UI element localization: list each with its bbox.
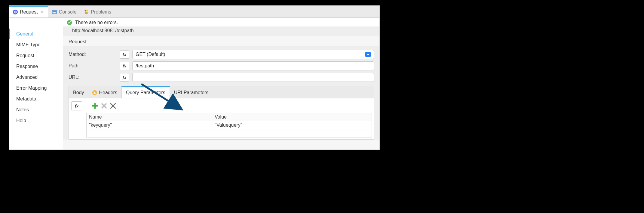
sidenav-item-response[interactable]: Response bbox=[9, 61, 63, 72]
col-name: Name bbox=[87, 113, 212, 121]
tab-request[interactable]: Request ✕ bbox=[9, 6, 48, 17]
param-tabs-container: Body Headers Query Parameters URI Parame… bbox=[69, 86, 374, 140]
warning-icon bbox=[92, 90, 97, 95]
path-input[interactable] bbox=[132, 61, 374, 70]
svg-rect-5 bbox=[85, 12, 88, 14]
cell-actions[interactable] bbox=[358, 121, 372, 129]
chevron-down-icon bbox=[365, 52, 371, 57]
editor-tabbar: Request ✕ Console Problems bbox=[9, 6, 379, 18]
cell-name-empty[interactable] bbox=[87, 129, 212, 137]
row-path: Path: fx bbox=[63, 60, 379, 72]
fx-button-path[interactable]: fx bbox=[120, 62, 129, 70]
tab-problems-label: Problems bbox=[91, 9, 111, 15]
svg-rect-2 bbox=[53, 11, 56, 12]
editor-window: Request ✕ Console Problems General MIME … bbox=[9, 5, 380, 150]
col-value: Value bbox=[212, 113, 358, 121]
sidenav-item-metadata[interactable]: Metadata bbox=[9, 94, 63, 104]
remove-icon[interactable] bbox=[101, 103, 107, 109]
status-message: There are no errors. bbox=[75, 20, 118, 25]
tab-problems[interactable]: Problems bbox=[80, 6, 115, 17]
main-panel: There are no errors. http://localhost:80… bbox=[63, 18, 379, 150]
svg-point-4 bbox=[86, 10, 88, 11]
console-icon bbox=[52, 9, 57, 15]
sidenav-item-notes[interactable]: Notes bbox=[9, 104, 63, 115]
param-tabs: Body Headers Query Parameters URI Parame… bbox=[69, 86, 374, 98]
status-row: There are no errors. bbox=[63, 18, 379, 27]
method-label: Method: bbox=[69, 52, 117, 57]
param-table: Name Value "keyquery" "Valuequery" bbox=[86, 113, 372, 137]
request-tab-icon bbox=[13, 9, 18, 15]
svg-point-3 bbox=[85, 10, 86, 11]
param-tab-headers-label: Headers bbox=[99, 90, 117, 95]
fx-button-method[interactable]: fx bbox=[120, 50, 129, 59]
method-value: GET (Default) bbox=[136, 52, 165, 57]
url-input[interactable] bbox=[132, 73, 374, 82]
sidenav-item-advanced[interactable]: Advanced bbox=[9, 72, 63, 83]
col-actions bbox=[358, 113, 372, 121]
method-select[interactable]: GET (Default) bbox=[132, 50, 374, 59]
row-url: URL: fx bbox=[63, 72, 379, 83]
success-icon bbox=[67, 20, 72, 25]
close-icon[interactable]: ✕ bbox=[41, 10, 44, 14]
url-preview: http://localhost:8081/testpath bbox=[63, 27, 379, 36]
path-label: Path: bbox=[69, 63, 117, 69]
fx-button-url[interactable]: fx bbox=[120, 73, 129, 82]
cell-value[interactable]: "Valuequery" bbox=[212, 121, 358, 129]
problems-icon bbox=[84, 9, 89, 15]
table-row[interactable]: "keyquery" "Valuequery" bbox=[87, 121, 372, 129]
tab-console[interactable]: Console bbox=[48, 6, 80, 17]
table-header-row: Name Value bbox=[87, 113, 372, 121]
param-tab-body[interactable]: Body bbox=[69, 86, 88, 98]
cell-value-empty[interactable] bbox=[212, 129, 358, 137]
sidenav-item-request[interactable]: Request bbox=[9, 50, 63, 61]
param-tab-uri[interactable]: URI Parameters bbox=[170, 86, 213, 98]
param-body: fx bbox=[69, 98, 374, 139]
tab-request-label: Request bbox=[20, 9, 38, 15]
sidenav-item-mime-type[interactable]: MIME Type bbox=[9, 39, 63, 50]
cell-actions-empty[interactable] bbox=[358, 129, 372, 137]
sidenav-item-help[interactable]: Help bbox=[9, 115, 63, 126]
param-toolbar: fx bbox=[71, 100, 372, 113]
form-area: Method: fx GET (Default) Path: fx URL: bbox=[63, 46, 379, 140]
row-method: Method: fx GET (Default) bbox=[63, 49, 379, 60]
add-icon[interactable] bbox=[92, 103, 98, 109]
tab-console-label: Console bbox=[59, 9, 77, 15]
param-tab-headers[interactable]: Headers bbox=[88, 86, 121, 98]
sidenav-item-general[interactable]: General bbox=[9, 29, 63, 39]
cell-name[interactable]: "keyquery" bbox=[87, 121, 212, 129]
sidenav-item-error-mapping[interactable]: Error Mapping bbox=[9, 83, 63, 94]
section-title: Request bbox=[63, 36, 379, 46]
param-tab-query[interactable]: Query Parameters bbox=[121, 86, 170, 98]
table-row[interactable] bbox=[87, 129, 372, 137]
columns: General MIME Type Request Response Advan… bbox=[9, 18, 379, 150]
fx-button-params[interactable]: fx bbox=[71, 101, 82, 110]
clear-all-icon[interactable] bbox=[110, 103, 116, 109]
url-label: URL: bbox=[69, 75, 117, 80]
sidenav: General MIME Type Request Response Advan… bbox=[9, 18, 63, 150]
